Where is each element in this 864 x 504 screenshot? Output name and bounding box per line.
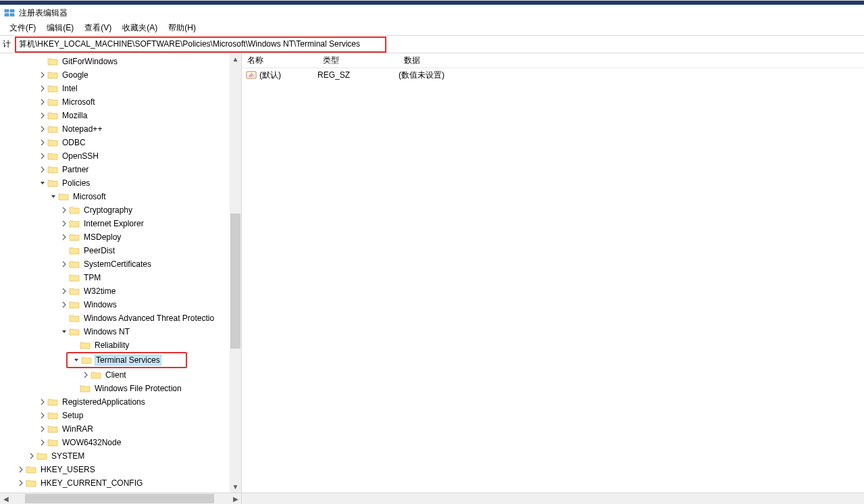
scroll-left-button[interactable]: ◀ bbox=[0, 493, 11, 504]
tree-item-label: GitForWindows bbox=[61, 56, 119, 67]
expand-arrow-icon[interactable] bbox=[38, 138, 47, 147]
folder-icon bbox=[69, 219, 80, 228]
expand-arrow-icon[interactable] bbox=[38, 111, 47, 120]
column-type[interactable]: 类型 bbox=[317, 55, 399, 66]
tree-item[interactable]: HKEY_USERS bbox=[0, 463, 241, 476]
tree-item[interactable]: Microsoft bbox=[0, 190, 241, 203]
scroll-thumb[interactable] bbox=[230, 213, 240, 349]
tree-item[interactable]: ODBC bbox=[0, 136, 241, 149]
tree[interactable]: GitForWindowsGoogleIntelMicrosoftMozilla… bbox=[0, 53, 241, 490]
hscroll-track[interactable] bbox=[11, 493, 230, 504]
value-row[interactable]: ab(默认)REG_SZ(数值未设置) bbox=[242, 68, 864, 82]
tree-item-label: SYSTEM bbox=[50, 451, 86, 461]
tree-horizontal-scrollbar[interactable]: ◀ ▶ bbox=[0, 493, 242, 504]
address-input[interactable] bbox=[16, 38, 385, 51]
column-name[interactable]: 名称 bbox=[242, 55, 317, 66]
tree-item[interactable]: SystemCertificates bbox=[0, 257, 241, 271]
expand-arrow-icon[interactable] bbox=[81, 370, 91, 380]
expand-arrow-icon[interactable] bbox=[38, 70, 47, 80]
scroll-right-button[interactable]: ▶ bbox=[230, 493, 241, 504]
tree-item[interactable]: GitForWindows bbox=[0, 55, 241, 68]
scroll-up-button[interactable]: ▲ bbox=[230, 53, 241, 65]
expand-arrow-icon[interactable] bbox=[16, 478, 26, 488]
expand-arrow-icon[interactable] bbox=[27, 451, 36, 461]
tree-item[interactable]: Policies bbox=[0, 176, 241, 190]
expand-arrow-icon[interactable] bbox=[38, 151, 47, 161]
tree-item[interactable]: WOW6432Node bbox=[0, 436, 241, 449]
tree-item[interactable]: Microsoft bbox=[0, 95, 241, 109]
address-prefix: 计 bbox=[0, 39, 11, 50]
tree-item[interactable]: Windows File Protection bbox=[0, 382, 241, 395]
tree-item-label: WOW6432Node bbox=[61, 437, 122, 448]
tree-item[interactable]: Cryptography bbox=[0, 203, 241, 217]
window-title: 注册表编辑器 bbox=[19, 7, 68, 19]
expand-arrow-icon[interactable] bbox=[38, 84, 47, 93]
tree-item[interactable]: WinRAR bbox=[0, 422, 241, 436]
tree-item[interactable]: Windows NT bbox=[0, 325, 241, 338]
expand-arrow-icon[interactable] bbox=[38, 424, 47, 434]
collapse-arrow-icon[interactable] bbox=[38, 178, 47, 188]
tree-item[interactable]: Terminal Services bbox=[68, 353, 186, 367]
tree-item-label: Partner bbox=[61, 164, 90, 175]
folder-icon bbox=[69, 327, 80, 336]
scroll-track[interactable] bbox=[230, 65, 241, 481]
highlighted-tree-item: Terminal Services bbox=[66, 352, 187, 368]
tree-item[interactable]: Reliability bbox=[0, 338, 241, 352]
tree-item[interactable]: Notepad++ bbox=[0, 122, 241, 136]
tree-item-label: Reliability bbox=[93, 340, 130, 351]
string-value-icon: ab bbox=[246, 70, 257, 80]
tree-item[interactable]: Partner bbox=[0, 163, 241, 176]
tree-vertical-scrollbar[interactable]: ▲ ▼ bbox=[230, 53, 241, 493]
tree-item[interactable]: TPM bbox=[0, 271, 241, 284]
expand-arrow-icon[interactable] bbox=[38, 438, 47, 447]
hscroll-thumb[interactable] bbox=[25, 494, 214, 503]
tree-item[interactable]: Windows bbox=[0, 298, 241, 311]
tree-item-label: OpenSSH bbox=[61, 151, 100, 161]
tree-item[interactable]: Client bbox=[0, 368, 241, 382]
scroll-down-button[interactable]: ▼ bbox=[230, 481, 241, 493]
tree-item-label: PeerDist bbox=[82, 245, 116, 256]
expand-arrow-icon[interactable] bbox=[38, 165, 47, 174]
expand-arrow-icon[interactable] bbox=[38, 124, 47, 134]
column-data[interactable]: 数据 bbox=[399, 55, 864, 66]
menu-help[interactable]: 帮助(H) bbox=[163, 21, 201, 35]
tree-item[interactable]: Intel bbox=[0, 82, 241, 95]
expand-arrow-icon[interactable] bbox=[16, 465, 26, 474]
tree-item[interactable]: SYSTEM bbox=[0, 449, 241, 463]
expand-arrow-icon[interactable] bbox=[38, 397, 47, 407]
collapse-arrow-icon[interactable] bbox=[49, 192, 58, 201]
tree-item[interactable]: Internet Explorer bbox=[0, 217, 241, 230]
tree-item[interactable]: Windows Advanced Threat Protectio bbox=[0, 311, 241, 325]
expand-arrow-icon[interactable] bbox=[59, 232, 69, 242]
tree-item[interactable]: OpenSSH bbox=[0, 149, 241, 163]
tree-item[interactable]: PeerDist bbox=[0, 244, 241, 257]
value-data: (数值未设置) bbox=[399, 70, 864, 81]
collapse-arrow-icon[interactable] bbox=[72, 355, 81, 365]
menu-edit[interactable]: 编辑(E) bbox=[41, 21, 79, 35]
expand-arrow-icon[interactable] bbox=[59, 259, 69, 269]
expand-arrow-icon[interactable] bbox=[59, 300, 69, 309]
collapse-arrow-icon[interactable] bbox=[59, 327, 69, 336]
folder-icon bbox=[69, 259, 80, 269]
tree-item[interactable]: MSDeploy bbox=[0, 230, 241, 244]
bottom-scroll-area: ◀ ▶ bbox=[0, 493, 864, 504]
tree-item[interactable]: W32time bbox=[0, 284, 241, 298]
tree-item[interactable]: Setup bbox=[0, 409, 241, 422]
tree-item-label: ODBC bbox=[61, 137, 87, 148]
menu-view[interactable]: 查看(V) bbox=[79, 21, 117, 35]
folder-icon bbox=[47, 424, 58, 434]
folder-icon bbox=[69, 232, 80, 242]
expand-arrow-icon[interactable] bbox=[38, 97, 47, 107]
tree-item[interactable]: HKEY_CURRENT_CONFIG bbox=[0, 476, 241, 490]
menu-favorites[interactable]: 收藏夹(A) bbox=[117, 21, 163, 35]
value-list[interactable]: ab(默认)REG_SZ(数值未设置) bbox=[242, 68, 864, 493]
expand-arrow-icon[interactable] bbox=[38, 411, 47, 420]
tree-item[interactable]: Mozilla bbox=[0, 109, 241, 122]
expand-arrow-icon[interactable] bbox=[59, 286, 69, 296]
tree-item[interactable]: Google bbox=[0, 68, 241, 82]
tree-item[interactable]: RegisteredApplications bbox=[0, 395, 241, 409]
tree-item-label: SystemCertificates bbox=[82, 259, 153, 270]
expand-arrow-icon[interactable] bbox=[59, 205, 69, 215]
expand-arrow-icon[interactable] bbox=[59, 219, 69, 228]
menu-file[interactable]: 文件(F) bbox=[4, 21, 41, 35]
